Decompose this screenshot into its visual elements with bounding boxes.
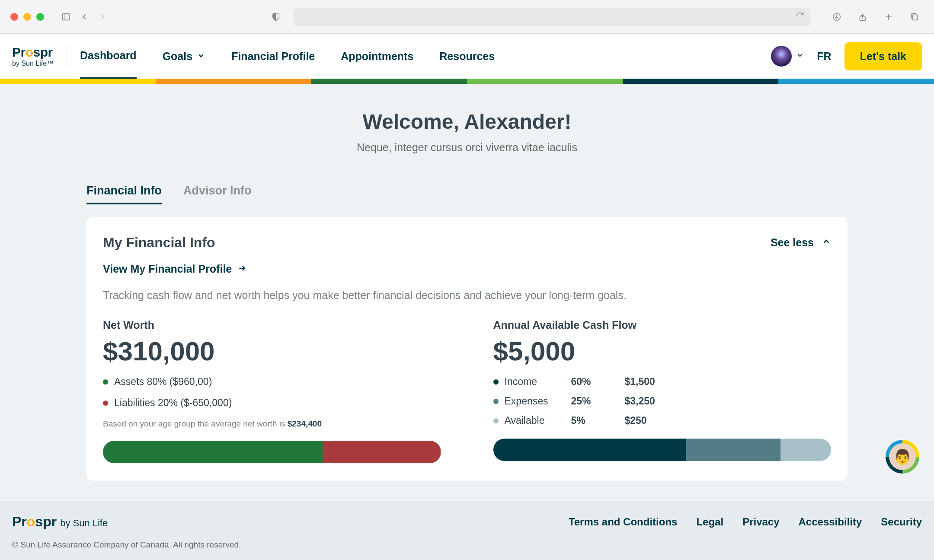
card-title: My Financial Info [103, 235, 215, 251]
footer-links: Terms and Conditions Legal Privacy Acces… [569, 516, 922, 528]
lets-talk-button[interactable]: Let's talk [844, 42, 922, 70]
forward-button-icon[interactable] [96, 10, 109, 23]
url-bar[interactable] [294, 8, 810, 26]
footer-link-legal[interactable]: Legal [696, 516, 723, 528]
copyright-text: © Sun Life Assurance Company of Canada. … [12, 540, 922, 550]
legend-assets: Assets 80% ($960,00) [103, 376, 441, 388]
traffic-lights [10, 13, 44, 21]
net-worth-value: $310,000 [103, 336, 441, 366]
main-content: Welcome, Alexander! Neque, integer cursu… [0, 84, 934, 480]
logo-subline: by Sun Life™ [12, 60, 54, 67]
net-worth-footnote: Based on your age group the average net … [103, 419, 441, 429]
dot-icon [103, 379, 108, 385]
logo[interactable]: Prospr by Sun Life™ [12, 45, 67, 67]
nav-financial-profile[interactable]: Financial Profile [231, 34, 315, 79]
window-minimize-button[interactable] [23, 13, 31, 21]
share-icon[interactable] [856, 10, 869, 23]
welcome-title: Welcome, Alexander! [86, 110, 848, 134]
window-close-button[interactable] [10, 13, 18, 21]
cash-row-expenses: Expenses 25% $3,250 [493, 395, 832, 407]
footer-link-security[interactable]: Security [881, 516, 922, 528]
language-toggle[interactable]: FR [817, 50, 831, 63]
main-nav: Dashboard Goals Financial Profile Appoin… [80, 34, 495, 79]
dashboard-tabs: Financial Info Advisor Info [86, 184, 848, 204]
bar-segment-income [493, 439, 686, 461]
chevron-down-icon [197, 50, 205, 63]
nav-dashboard[interactable]: Dashboard [80, 34, 137, 79]
bar-segment-liabilities [323, 441, 441, 463]
window-zoom-button[interactable] [36, 13, 44, 21]
tab-advisor-info[interactable]: Advisor Info [183, 184, 252, 204]
chat-launcher-button[interactable]: 👨 [886, 440, 919, 474]
user-menu[interactable] [771, 46, 804, 67]
footer-link-privacy[interactable]: Privacy [742, 516, 779, 528]
cash-row-income: Income 60% $1,500 [493, 376, 832, 388]
tabs-icon[interactable] [908, 10, 921, 23]
cash-flow-value: $5,000 [493, 336, 832, 366]
dot-icon [103, 401, 108, 406]
svg-rect-8 [912, 15, 918, 20]
advisor-avatar-icon: 👨 [889, 443, 916, 470]
tab-financial-info[interactable]: Financial Info [86, 184, 162, 204]
back-button-icon[interactable] [78, 10, 91, 23]
new-tab-icon[interactable] [882, 10, 895, 23]
see-less-toggle[interactable]: See less [771, 236, 831, 249]
welcome-subtitle: Neque, integer cursus orci viverra vitae… [86, 141, 848, 154]
sidebar-toggle-icon[interactable] [60, 10, 73, 23]
footer-logo[interactable]: Prosprby Sun Life [12, 514, 108, 530]
nav-resources[interactable]: Resources [439, 34, 495, 79]
avatar [771, 46, 792, 67]
dot-icon [493, 379, 499, 385]
site-header: Prospr by Sun Life™ Dashboard Goals Fina… [0, 34, 934, 79]
chevron-down-icon [796, 51, 804, 61]
rainbow-divider [0, 79, 934, 84]
cash-flow-section: Annual Available Cash Flow $5,000 Income… [489, 319, 832, 463]
logo-wordmark: Prospr [12, 45, 54, 60]
legend-liabilities: Liabilities 20% ($-650,000) [103, 397, 441, 409]
net-worth-bar-chart [103, 441, 441, 463]
svg-rect-0 [63, 13, 70, 20]
cash-flow-label: Annual Available Cash Flow [493, 319, 832, 331]
downloads-icon[interactable] [830, 10, 843, 23]
welcome-block: Welcome, Alexander! Neque, integer cursu… [86, 110, 848, 154]
refresh-icon[interactable] [796, 12, 804, 22]
browser-chrome [0, 0, 934, 34]
cash-row-available: Available 5% $250 [493, 415, 832, 426]
card-description: Tracking cash flow and net worth helps y… [103, 289, 831, 302]
nav-appointments[interactable]: Appointments [341, 34, 413, 79]
bar-segment-available [780, 439, 831, 461]
cash-flow-bar-chart [493, 439, 832, 461]
bar-segment-assets [103, 441, 323, 463]
nav-goals[interactable]: Goals [163, 34, 205, 79]
footer-link-accessibility[interactable]: Accessibility [799, 516, 862, 528]
shield-icon[interactable] [269, 10, 282, 23]
footer-link-terms[interactable]: Terms and Conditions [569, 516, 678, 528]
net-worth-section: Net Worth $310,000 Assets 80% ($960,00) … [103, 319, 463, 463]
site-footer: Prosprby Sun Life Terms and Conditions L… [0, 501, 934, 560]
view-profile-link[interactable]: View My Financial Profile [103, 263, 831, 275]
bar-segment-expenses [686, 439, 780, 461]
dot-icon [493, 399, 499, 404]
dot-icon [493, 418, 499, 423]
arrow-right-icon [238, 263, 246, 275]
net-worth-label: Net Worth [103, 319, 441, 331]
chevron-up-icon [822, 236, 831, 249]
financial-info-card: My Financial Info See less View My Finan… [86, 217, 848, 480]
